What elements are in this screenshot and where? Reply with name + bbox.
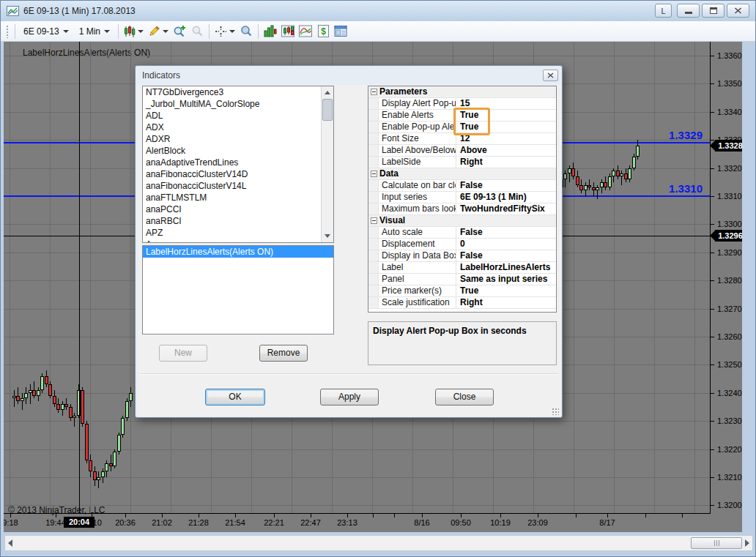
property-category-row[interactable]: Visual — [368, 215, 556, 227]
scroll-left-icon[interactable] — [8, 539, 12, 547]
indicator-list-item[interactable]: anaFibonacciClusterV14L — [143, 180, 321, 192]
restore-button[interactable] — [702, 4, 724, 18]
price-axis-label: 1.3300 — [717, 220, 742, 228]
zoom-in-button[interactable] — [171, 23, 188, 40]
scrollbar-thumb[interactable] — [691, 537, 742, 549]
property-row[interactable]: Input series6E 09-13 (1 Min) — [368, 192, 556, 203]
dialog-close-button[interactable] — [543, 70, 558, 81]
property-name: Input series — [379, 192, 456, 203]
property-row[interactable]: Scale justificationRight — [368, 297, 556, 309]
indicator-price-label: 1.3310 — [651, 182, 703, 195]
available-indicators-list[interactable]: NT7GbDivergence3_Jurbol_MultiMA_ColorSlo… — [142, 86, 334, 243]
close-button[interactable] — [727, 4, 749, 18]
property-row[interactable]: Font Size12 — [368, 133, 556, 145]
candle-body — [37, 390, 40, 396]
property-row[interactable]: LabelLabelHorzLinesAlerts — [368, 262, 556, 274]
property-row[interactable]: Display Alert Pop-up15 — [368, 98, 556, 110]
indicators-button[interactable] — [262, 23, 279, 40]
property-row-margin — [368, 297, 379, 308]
candle-body — [620, 173, 623, 176]
property-row-margin — [368, 157, 379, 168]
price-axis-label: 1.3340 — [717, 108, 742, 116]
cursor-crosshair-button[interactable] — [212, 23, 237, 40]
zoom-out-button[interactable] — [188, 23, 206, 40]
property-grid[interactable]: ParametersDisplay Alert Pop-up15Enable A… — [368, 86, 557, 313]
indicator-list-item[interactable]: anaPCCI — [143, 203, 321, 215]
executions-button[interactable]: $ — [314, 23, 332, 40]
indicator-list-item[interactable]: Aroon — [143, 239, 321, 243]
strategies-button[interactable] — [297, 23, 314, 40]
chevron-down-icon — [229, 30, 235, 33]
candle-body — [596, 187, 599, 190]
new-button[interactable]: New — [159, 345, 207, 362]
candle-wick — [14, 390, 15, 407]
property-row[interactable]: Price marker(s)True — [368, 285, 556, 297]
indicator-list-item[interactable]: anaFTLMSTLM — [143, 192, 321, 203]
candle-body — [105, 463, 108, 472]
property-row[interactable]: Auto scaleFalse — [368, 227, 556, 239]
time-tick — [422, 513, 423, 517]
indicator-list-item[interactable]: ADL — [143, 110, 321, 122]
property-row[interactable]: LabelSideRight — [368, 157, 556, 168]
apply-button[interactable]: Apply — [320, 389, 379, 405]
scroll-down-icon[interactable] — [325, 234, 330, 238]
indicator-list-item[interactable]: _Jurbol_MultiMA_ColorSlope — [143, 98, 321, 110]
applied-indicator-item[interactable]: LabelHorzLinesAlerts(Alerts ON) — [143, 246, 333, 258]
chart-toolbar: 6E 09-13 1 Min — [1, 21, 755, 42]
horizontal-gridline — [4, 477, 710, 478]
property-row[interactable]: Maximum bars look bTwoHundredFiftySix — [368, 203, 556, 215]
property-row[interactable]: Label Above/BelowAbove — [368, 145, 556, 157]
chart-trader-button[interactable] — [279, 23, 297, 40]
minimize-button[interactable] — [677, 4, 700, 18]
properties-button[interactable] — [332, 23, 349, 40]
candle-body — [117, 435, 121, 452]
drawing-tools-button[interactable] — [146, 23, 171, 40]
property-row[interactable]: Calculate on bar closFalse — [368, 180, 556, 192]
indicator-list-item[interactable]: ADX — [143, 122, 321, 133]
instrument-selector[interactable]: 6E 09-13 — [18, 24, 74, 39]
indicator-list-item[interactable]: AlertBlock — [143, 145, 321, 157]
chart-style-button[interactable] — [122, 23, 146, 40]
candle-body — [24, 393, 28, 399]
property-row-margin — [368, 192, 379, 203]
toolbar-grip[interactable] — [6, 25, 10, 38]
property-row[interactable]: Enable AlertsTrue — [368, 110, 556, 122]
remove-button[interactable]: Remove — [259, 345, 308, 362]
property-category-row[interactable]: Parameters — [368, 86, 556, 98]
interval-selector[interactable]: 1 Min — [74, 24, 115, 39]
indicator-list-item[interactable]: NT7GbDivergence3 — [143, 86, 321, 98]
time-tick — [373, 513, 374, 517]
indicators-dialog: Indicators NT7GbDivergence3_Jurbol_Multi… — [135, 65, 563, 418]
data-box-button[interactable] — [237, 23, 255, 40]
scrollbar-thumb[interactable] — [322, 99, 333, 121]
property-row[interactable]: PanelSame as input series — [368, 274, 556, 285]
list-scrollbar[interactable] — [321, 86, 333, 242]
close-dialog-button[interactable]: Close — [435, 389, 494, 405]
indicator-list-item[interactable]: anaAdaptiveTrendLines — [143, 157, 321, 168]
indicator-list-item[interactable]: anaRBCI — [143, 215, 321, 227]
property-row[interactable]: Display in Data BoxFalse — [368, 250, 556, 262]
scroll-up-icon[interactable] — [325, 91, 330, 94]
property-row[interactable]: Enable Pop-up AlertTrue — [368, 122, 556, 133]
collapse-icon[interactable] — [371, 217, 377, 224]
collapse-icon[interactable] — [371, 89, 377, 95]
horizontal-scrollbar[interactable] — [4, 535, 753, 551]
property-name: Calculate on bar clos — [379, 180, 456, 191]
scroll-right-icon[interactable] — [745, 539, 749, 547]
price-axis-label: 1.3350 — [717, 79, 742, 88]
dialog-title-bar[interactable]: Indicators — [136, 66, 562, 85]
indicator-list-item[interactable]: ADXR — [143, 133, 321, 145]
time-tick — [125, 513, 126, 517]
link-button[interactable]: L — [655, 4, 672, 18]
property-row[interactable]: Displacement0 — [368, 239, 556, 250]
time-axis-label: 10:19 — [484, 518, 516, 527]
indicators-icon — [263, 24, 278, 38]
indicator-list-item[interactable]: anaFibonacciClusterV14D — [143, 168, 321, 180]
applied-indicators-list[interactable]: LabelHorzLinesAlerts(Alerts ON) — [142, 245, 334, 334]
indicator-list-item[interactable]: APZ — [143, 227, 321, 239]
resize-grip[interactable] — [552, 408, 559, 415]
ok-button[interactable]: OK — [205, 389, 265, 405]
collapse-icon[interactable] — [371, 171, 377, 177]
property-name: Label Above/Below — [379, 145, 456, 156]
property-category-row[interactable]: Data — [368, 168, 556, 180]
